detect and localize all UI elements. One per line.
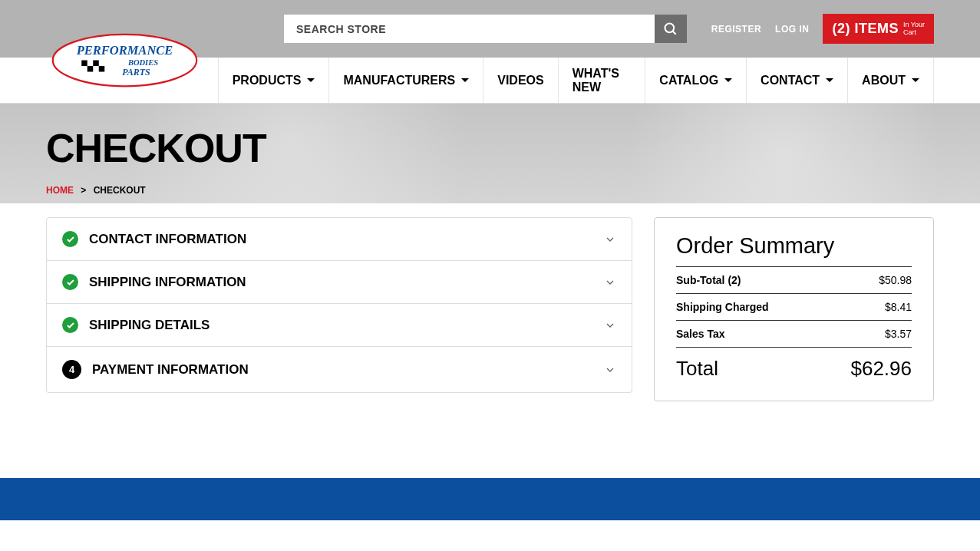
summary-shipping: Shipping Charged $8.41 (676, 293, 912, 320)
step-title: SHIPPING INFORMATION (89, 275, 246, 290)
nav-label: MANUFACTURERS (343, 74, 455, 87)
search-button[interactable] (655, 15, 687, 43)
order-summary-panel: Order Summary Sub-Total (2) $50.98 Shipp… (654, 217, 934, 401)
nav-videos[interactable]: VIDEOS (483, 58, 557, 103)
chevron-down-icon (724, 78, 732, 82)
summary-subtotal: Sub-Total (2) $50.98 (676, 266, 912, 293)
chevron-down-icon (604, 233, 616, 246)
hero: CHECKOUT HOME > CHECKOUT (0, 104, 980, 203)
summary-total: Total $62.96 (676, 347, 912, 381)
step-payment[interactable]: 4 PAYMENT INFORMATION (46, 347, 632, 393)
crumb-home[interactable]: HOME (46, 185, 74, 196)
step-number-icon: 4 (62, 360, 81, 379)
summary-total-label: Total (676, 357, 718, 381)
search-wrap (284, 15, 687, 43)
search-input[interactable] (284, 15, 655, 43)
svg-text:PERFORMANCE: PERFORMANCE (76, 43, 173, 58)
chevron-down-icon (912, 78, 919, 82)
nav-label: ABOUT (862, 74, 906, 87)
nav-manufacturers[interactable]: MANUFACTURERS (328, 58, 483, 103)
nav-items: PRODUCTS MANUFACTURERS VIDEOS WHAT'S NEW… (218, 58, 934, 103)
crumb-sep: > (81, 185, 86, 196)
step-title: PAYMENT INFORMATION (92, 362, 249, 378)
summary-label: Shipping Charged (676, 301, 769, 313)
chevron-down-icon (307, 78, 315, 82)
svg-text:BODIES: BODIES (127, 58, 158, 67)
login-link[interactable]: LOG IN (775, 24, 809, 35)
svg-rect-8 (87, 66, 94, 72)
page-title: CHECKOUT (46, 125, 934, 171)
svg-point-0 (665, 23, 675, 32)
cart-subtext: In Your Cart (903, 21, 925, 37)
checkout-steps: CONTACT INFORMATION SHIPPING INFORMATION… (46, 217, 632, 401)
footer (0, 478, 980, 520)
nav-products[interactable]: PRODUCTS (218, 58, 329, 103)
check-icon (62, 317, 78, 333)
chevron-down-icon (604, 276, 616, 289)
search-icon (663, 21, 678, 37)
summary-label: Sales Tax (676, 328, 725, 340)
nav-label: VIDEOS (497, 74, 543, 87)
nav-label: CATALOG (659, 74, 718, 87)
cart-button[interactable]: (2) ITEMS In Your Cart (823, 14, 934, 44)
summary-value: $50.98 (879, 274, 912, 286)
svg-line-1 (673, 31, 676, 34)
breadcrumb: HOME > CHECKOUT (46, 185, 934, 196)
summary-label: Sub-Total (2) (676, 274, 741, 286)
chevron-down-icon (604, 319, 616, 332)
summary-tax: Sales Tax $3.57 (676, 320, 912, 347)
nav-label: WHAT'S NEW (572, 67, 632, 94)
nav-contact[interactable]: CONTACT (746, 58, 847, 103)
chevron-down-icon (826, 78, 833, 82)
content: CONTACT INFORMATION SHIPPING INFORMATION… (0, 203, 980, 432)
step-title: CONTACT INFORMATION (89, 232, 246, 247)
nav-label: PRODUCTS (233, 74, 302, 87)
nav-label: CONTACT (761, 74, 820, 87)
step-contact[interactable]: CONTACT INFORMATION (46, 217, 632, 261)
main-nav: PERFORMANCE BODIES PARTS PRODUCTS MANUFA… (0, 58, 980, 104)
cart-count: (2) ITEMS (832, 21, 899, 37)
svg-rect-7 (81, 61, 87, 67)
chevron-down-icon (461, 78, 469, 82)
check-icon (62, 274, 78, 290)
order-summary: Order Summary Sub-Total (2) $50.98 Shipp… (654, 217, 934, 401)
logo[interactable]: PERFORMANCE BODIES PARTS (50, 31, 200, 90)
check-icon (62, 231, 78, 247)
summary-value: $3.57 (885, 328, 912, 340)
step-shipping-details[interactable]: SHIPPING DETAILS (46, 304, 632, 347)
cart-sub-2: Cart (903, 29, 925, 37)
svg-rect-10 (99, 66, 105, 72)
register-link[interactable]: REGISTER (711, 24, 761, 35)
nav-catalog[interactable]: CATALOG (645, 58, 746, 103)
nav-whatsnew[interactable]: WHAT'S NEW (558, 58, 645, 103)
chevron-down-icon (604, 364, 616, 376)
svg-rect-9 (93, 61, 99, 67)
summary-title: Order Summary (676, 233, 912, 259)
summary-total-value: $62.96 (850, 357, 912, 381)
svg-text:PARTS: PARTS (122, 67, 150, 78)
nav-about[interactable]: ABOUT (847, 58, 934, 103)
summary-value: $8.41 (885, 301, 912, 313)
crumb-current: CHECKOUT (94, 185, 146, 196)
step-shipping-info[interactable]: SHIPPING INFORMATION (46, 261, 632, 304)
step-title: SHIPPING DETAILS (89, 318, 210, 333)
